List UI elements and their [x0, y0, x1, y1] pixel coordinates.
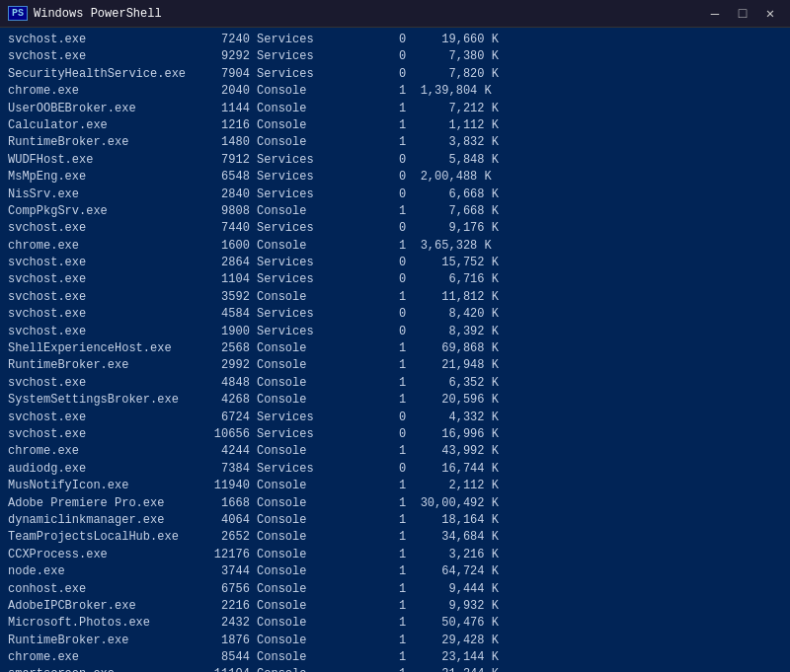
- terminal-line: svchost.exe 3592 Console 1 11,812 K: [8, 289, 782, 306]
- terminal-line: conhost.exe 6756 Console 1 9,444 K: [8, 581, 782, 598]
- terminal-line: svchost.exe 1104 Services 0 6,716 K: [8, 271, 782, 288]
- terminal-line: MsMpEng.exe 6548 Services 0 2,00,488 K: [8, 169, 782, 186]
- window-title: Windows PowerShell: [34, 7, 162, 21]
- terminal-line: TeamProjectsLocalHub.exe 2652 Console 1 …: [8, 529, 782, 546]
- terminal-line: node.exe 3744 Console 1 64,724 K: [8, 563, 782, 580]
- maximize-button[interactable]: □: [731, 4, 754, 24]
- terminal-line: smartscreen.exe 11104 Console 1 21,344 K: [8, 666, 782, 672]
- terminal-line: svchost.exe 9292 Services 0 7,380 K: [8, 48, 782, 65]
- terminal-line: ShellExperienceHost.exe 2568 Console 1 6…: [8, 340, 782, 357]
- terminal-line: chrome.exe 8544 Console 1 23,144 K: [8, 649, 782, 666]
- terminal-line: CCXProcess.exe 12176 Console 1 3,216 K: [8, 547, 782, 563]
- terminal-line: MusNotifyIcon.exe 11940 Console 1 2,112 …: [8, 478, 782, 494]
- terminal-line: svchost.exe 7440 Services 0 9,176 K: [8, 220, 782, 237]
- terminal-line: UserOOBEBroker.exe 1144 Console 1 7,212 …: [8, 101, 782, 117]
- title-bar: PS Windows PowerShell — □ ✕: [0, 0, 790, 28]
- close-button[interactable]: ✕: [758, 4, 782, 24]
- terminal-line: NisSrv.exe 2840 Services 0 6,668 K: [8, 187, 782, 203]
- terminal-line: SystemSettingsBroker.exe 4268 Console 1 …: [8, 392, 782, 409]
- title-bar-controls: — □ ✕: [703, 4, 782, 24]
- terminal-line: RuntimeBroker.exe 1876 Console 1 29,428 …: [8, 633, 782, 649]
- terminal-line: CompPkgSrv.exe 9808 Console 1 7,668 K: [8, 203, 782, 220]
- terminal-line: svchost.exe 6724 Services 0 4,332 K: [8, 410, 782, 426]
- terminal-line: audiodg.exe 7384 Services 0 16,744 K: [8, 461, 782, 478]
- terminal-line: dynamiclinkmanager.exe 4064 Console 1 18…: [8, 512, 782, 529]
- terminal-line: svchost.exe 4848 Console 1 6,352 K: [8, 375, 782, 392]
- ps-icon: PS: [8, 6, 28, 21]
- terminal-line: RuntimeBroker.exe 1480 Console 1 3,832 K: [8, 134, 782, 151]
- terminal-line: Microsoft.Photos.exe 2432 Console 1 50,4…: [8, 615, 782, 632]
- terminal-line: Adobe Premiere Pro.exe 1668 Console 1 30…: [8, 495, 782, 512]
- terminal-line: svchost.exe 4584 Services 0 8,420 K: [8, 306, 782, 323]
- terminal-line: WUDFHost.exe 7912 Services 0 5,848 K: [8, 152, 782, 169]
- terminal-line: chrome.exe 4244 Console 1 43,992 K: [8, 443, 782, 460]
- terminal-line: svchost.exe 7240 Services 0 19,660 K: [8, 32, 782, 48]
- terminal-line: svchost.exe 1900 Services 0 8,392 K: [8, 324, 782, 340]
- terminal-line: svchost.exe 2864 Services 0 15,752 K: [8, 255, 782, 271]
- terminal-line: AdobeIPCBroker.exe 2216 Console 1 9,932 …: [8, 598, 782, 615]
- minimize-button[interactable]: —: [703, 4, 727, 24]
- title-bar-left: PS Windows PowerShell: [8, 6, 162, 21]
- terminal-line: svchost.exe 10656 Services 0 16,996 K: [8, 426, 782, 443]
- terminal-output: svchost.exe 7240 Services 0 19,660 Ksvch…: [0, 28, 790, 672]
- terminal-line: Calculator.exe 1216 Console 1 1,112 K: [8, 117, 782, 134]
- terminal-line: chrome.exe 1600 Console 1 3,65,328 K: [8, 238, 782, 255]
- terminal-line: RuntimeBroker.exe 2992 Console 1 21,948 …: [8, 357, 782, 374]
- terminal-line: chrome.exe 2040 Console 1 1,39,804 K: [8, 83, 782, 100]
- terminal-line: SecurityHealthService.exe 7904 Services …: [8, 66, 782, 83]
